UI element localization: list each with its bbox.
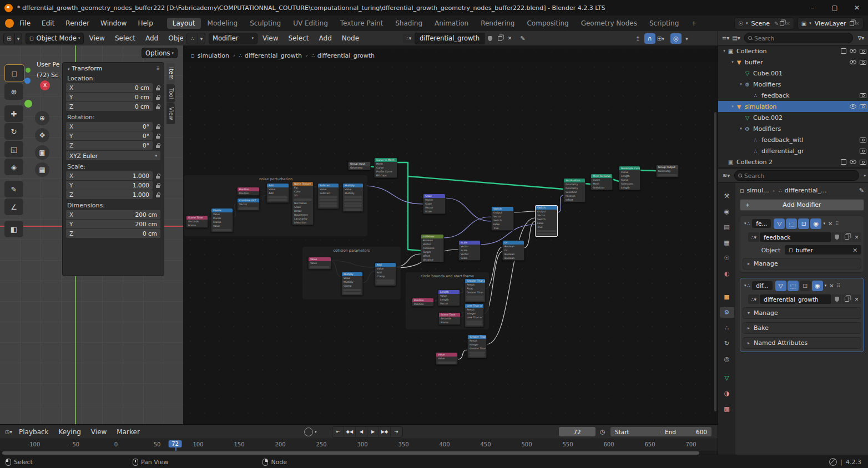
pin-icon[interactable]: ✎ <box>774 21 779 27</box>
timeline-editor-type-icon[interactable]: ◷▾ <box>3 426 14 437</box>
node-menu-add[interactable]: Add <box>314 34 337 42</box>
outliner-item-label[interactable]: Modifiers <box>753 125 781 133</box>
node-editor[interactable]: noise perturbationcollision parametersci… <box>183 45 718 424</box>
node-menu-node[interactable]: Node <box>337 34 364 42</box>
render-camera-icon[interactable] <box>860 49 866 54</box>
end-frame-field[interactable]: End600 <box>660 427 711 436</box>
rotate-tool[interactable]: ↻ <box>4 123 23 140</box>
node-editor-type-icon[interactable]: ∴ <box>186 33 198 44</box>
copy-viewlayer-icon[interactable] <box>850 21 854 26</box>
node-add[interactable]: AddValueAdd <box>266 183 289 203</box>
node-tree-icon[interactable]: ∴▾ <box>748 294 759 304</box>
hand-gizmo[interactable]: ✥ <box>35 128 49 143</box>
workspace-tab-modeling[interactable]: Modeling <box>202 18 244 29</box>
minimize-button[interactable]: – <box>801 1 824 16</box>
render-toggle[interactable]: ◉ <box>812 281 823 291</box>
copy-icon[interactable] <box>842 232 851 242</box>
copy-scene-icon[interactable] <box>780 21 784 26</box>
lock-icon[interactable] <box>156 85 160 90</box>
transform-field-dimensions-z[interactable]: Z0 cm <box>66 229 160 238</box>
node-tree-type-selector[interactable]: Modifier▾ <box>209 33 258 44</box>
tweak-select-tool[interactable]: ◻ <box>4 64 24 82</box>
transform-tool[interactable]: ◈ <box>4 159 23 175</box>
zoom-gizmo[interactable]: ⊕ <box>35 111 49 125</box>
gizmo-x-axis-ball[interactable]: X <box>40 80 50 90</box>
render-camera-icon[interactable] <box>860 149 866 154</box>
unlink-node-tree-icon[interactable]: ✕ <box>505 34 514 43</box>
outliner-display-mode-icon[interactable]: ≡▾ <box>720 33 731 43</box>
node-menu-view[interactable]: View <box>258 34 283 42</box>
lock-icon[interactable] <box>156 192 160 197</box>
viewlayer-selector[interactable]: ▣▾ ViewLayer ✕ <box>798 17 864 29</box>
node-greater-than-or-e[interactable]: Greater Than or EResultFloatGreater Than <box>465 278 486 302</box>
menu-edit[interactable]: Edit <box>36 16 60 31</box>
scale-tool[interactable]: ◱ <box>4 141 23 157</box>
measure-tool[interactable]: ∠ <box>4 199 23 215</box>
outliner-item-label[interactable]: Collection <box>736 48 766 55</box>
workspace-tab-animation[interactable]: Animation <box>429 18 474 29</box>
viewport-editor-type-icon[interactable]: ⊞ <box>3 33 15 44</box>
properties-tab-tool[interactable]: ⚒ <box>720 191 734 201</box>
properties-tab-modifiers[interactable]: ⚙ <box>720 307 734 318</box>
viewport-editor-type-chevron[interactable]: ▾ <box>15 33 22 44</box>
outliner-filter-icon[interactable]: ∇▾ <box>856 33 866 43</box>
overlays-dropdown[interactable]: ▾ <box>682 33 692 44</box>
node-scale[interactable]: ScaleVectorScaleVectorScale <box>458 240 481 261</box>
collapse-chevron[interactable]: ▾ <box>744 221 746 226</box>
transform-field-scale-z[interactable]: Z1.000 <box>66 190 153 199</box>
prev-frame-button[interactable]: ◀ <box>356 427 367 437</box>
timeline-ruler[interactable]: -100-50050100150200250300350400450500550… <box>0 439 718 451</box>
outliner-row-cube-001[interactable]: ▽Cube.001 <box>718 68 868 79</box>
transform-field-rotation-y[interactable]: Y0° <box>66 131 153 140</box>
node-switch[interactable]: SwitchOutputVectorSwitchFalseTrue <box>491 206 514 231</box>
expander-icon[interactable]: ▾ <box>730 104 735 109</box>
node-mesh-to-curve[interactable]: Mesh to CurveCurveMeshSelection <box>591 174 613 190</box>
node-group-input[interactable]: Group InputGeometry <box>348 161 371 170</box>
expander-icon[interactable]: ▾ <box>721 49 727 53</box>
visibility-eye-icon[interactable] <box>850 60 856 64</box>
properties-tab-data[interactable]: ▽ <box>720 373 734 383</box>
node-combine-xyz[interactable]: Combine XYZVector <box>237 198 260 211</box>
outliner-row-collection[interactable]: ▾▣Collection <box>718 45 868 57</box>
properties-tab-world[interactable]: ◐ <box>720 268 734 279</box>
unlink-icon[interactable]: ✕ <box>852 232 861 242</box>
outliner-item-label[interactable]: Cube.001 <box>753 70 783 77</box>
transform-field-rotation-z[interactable]: Z0° <box>66 141 153 150</box>
node-greater-than[interactable]: Greater ThanResultIntegerGreater Than <box>467 334 487 358</box>
lock-icon[interactable] <box>156 174 160 179</box>
fake-user-shield-icon[interactable] <box>832 294 841 304</box>
viewport-menu-view[interactable]: View <box>84 34 109 42</box>
object-input-field[interactable]: ◻ buffer ✕ <box>785 245 861 255</box>
outliner-item-label[interactable]: Collection 2 <box>736 159 773 166</box>
node-value[interactable]: ValueValue <box>308 257 331 269</box>
outliner-row-buffer[interactable]: ▾▼buffer <box>718 57 868 68</box>
fake-user-shield-icon[interactable] <box>832 232 841 242</box>
cage-toggle[interactable]: ⬚ <box>786 218 797 229</box>
add-modifier-button[interactable]: ＋Add Modifier <box>740 199 864 211</box>
panel-grip-icon[interactable]: ⠿ <box>156 66 160 72</box>
node-or[interactable]: OrBooleanOrBooleanBoolean <box>502 240 524 261</box>
edit-mode-toggle[interactable]: ▽ <box>775 281 786 291</box>
node-divide[interactable]: DivideValueDivideClampValue <box>211 208 233 232</box>
node-scene-time[interactable]: Scene TimeSecondsFrame <box>438 312 461 325</box>
node-tree-icon[interactable]: ∴▾ <box>748 232 759 242</box>
lock-icon[interactable] <box>156 134 160 139</box>
node-tree-name[interactable]: differential_growth <box>415 33 485 44</box>
transform-field-scale-y[interactable]: Y1.000 <box>66 181 153 190</box>
modifier-extras-chevron[interactable]: ▾ <box>825 283 827 288</box>
outliner-item-label[interactable]: simulation <box>745 103 776 110</box>
workspace-tab-uv-editing[interactable]: UV Editing <box>287 18 334 29</box>
outliner-filter-id-icon[interactable]: ▤▾ <box>731 33 741 43</box>
node-set-position[interactable]: Set PositionGeometryGeometrySelectionPos… <box>563 178 586 202</box>
clear-object-icon[interactable]: ✕ <box>852 247 857 253</box>
properties-tab-scene[interactable]: ☉ <box>720 253 734 263</box>
start-frame-field[interactable]: Start0 <box>610 427 668 436</box>
outliner-row-modifiers[interactable]: ▾⚙Modifiers <box>718 123 868 134</box>
node-multiply[interactable]: MultiplyValueMultiply <box>342 183 364 212</box>
transform-panel-title[interactable]: ▾Transform <box>66 65 102 72</box>
modifier-delete-icon[interactable]: ✕ <box>829 283 834 289</box>
play-button[interactable]: ▶ <box>367 427 379 437</box>
fake-user-shield-icon[interactable] <box>485 34 494 43</box>
timeline-menu-marker[interactable]: Marker <box>112 428 144 436</box>
unlink-icon[interactable]: ✕ <box>852 294 861 304</box>
